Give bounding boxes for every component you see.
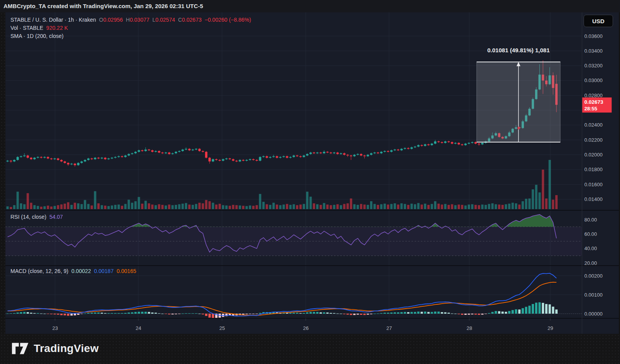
- volume-bar: [198, 203, 201, 209]
- volume-bar: [161, 205, 164, 209]
- candle-body: [181, 149, 184, 151]
- volume-bar: [313, 203, 315, 209]
- macd-histogram-bar: [515, 309, 517, 314]
- volume-bar: [229, 206, 231, 209]
- macd-histogram-bar: [249, 314, 251, 314]
- candle-body: [67, 163, 69, 165]
- macd-histogram-bar: [117, 313, 120, 314]
- macd-histogram-bar: [451, 314, 453, 314]
- volume-bar: [451, 204, 453, 209]
- rsi-legend[interactable]: RSI (14, close) 54.07: [10, 214, 63, 220]
- macd-histogram-bar: [350, 314, 352, 315]
- macd-histogram-bar: [175, 314, 177, 314]
- volume-bar: [471, 204, 474, 209]
- volume-bar: [23, 204, 26, 209]
- macd-hist-value: 0.00022: [71, 268, 91, 274]
- time-axis-label: 28: [467, 325, 472, 331]
- volume-bar: [367, 205, 369, 209]
- volume-bar: [545, 199, 548, 209]
- volume-bar: [549, 160, 551, 209]
- currency-button[interactable]: USD: [584, 15, 613, 27]
- volume-bar: [356, 205, 359, 209]
- volume-bar: [407, 205, 410, 209]
- volume-bar: [175, 205, 177, 209]
- candle-body: [158, 151, 160, 153]
- volume-bar: [468, 204, 470, 209]
- macd-histogram-bar: [420, 312, 423, 314]
- candle-body: [340, 153, 342, 154]
- tradingview-logo[interactable]: TradingView: [12, 342, 99, 355]
- tradingview-logo-text: TradingView: [34, 342, 99, 355]
- volume-bar: [151, 204, 153, 209]
- candle-body: [111, 158, 113, 158]
- volume-bar: [330, 205, 332, 209]
- macd-histogram-bar: [552, 307, 554, 314]
- chart-canvas[interactable]: 0.036000.034000.032000.030000.028000.024…: [0, 0, 620, 364]
- candle-body: [141, 150, 143, 151]
- time-axis-label: 25: [219, 325, 225, 331]
- candle-body: [124, 156, 127, 157]
- volume-bar: [165, 206, 167, 209]
- volume-bar: [7, 206, 9, 209]
- volume-bar: [353, 204, 356, 209]
- candle-body: [208, 158, 211, 161]
- volume-bar: [488, 204, 490, 209]
- macd-line-value: 0.00187: [94, 268, 114, 274]
- symbol-title[interactable]: STABLE / U. S. Dollar · 1h · Kraken: [10, 17, 96, 23]
- macd-histogram-bar: [188, 313, 191, 314]
- symbol-legend[interactable]: STABLE / U. S. Dollar · 1h · Kraken O0.0…: [10, 17, 251, 23]
- candle-body: [168, 153, 170, 154]
- candle-body: [323, 152, 325, 153]
- volume-bar: [384, 204, 386, 209]
- rsi-axis-label: 80.00: [584, 217, 597, 223]
- macd-histogram-bar: [417, 312, 420, 314]
- volume-bar: [30, 203, 32, 209]
- measure-tool-overlay[interactable]: [477, 62, 560, 142]
- macd-histogram-bar: [414, 312, 416, 314]
- macd-histogram-bar: [101, 313, 103, 314]
- candle-body: [188, 149, 191, 150]
- volume-bar: [501, 205, 504, 209]
- candle-body: [171, 153, 174, 154]
- candle-body: [326, 152, 329, 153]
- macd-histogram-bar: [400, 312, 403, 314]
- macd-histogram-bar: [343, 314, 346, 314]
- measure-tool-label: 0.01081 (49.81%) 1,081: [468, 47, 569, 53]
- sma-legend[interactable]: SMA · 1D (200, close): [10, 33, 64, 39]
- chart-panel-bg: [5, 12, 619, 334]
- macd-histogram-bar: [289, 313, 291, 314]
- macd-histogram-bar: [148, 312, 150, 314]
- close-label: C: [178, 17, 182, 23]
- candle-body: [94, 158, 96, 159]
- volume-bar: [552, 200, 554, 209]
- volume-bar: [249, 206, 251, 209]
- volume-bar: [212, 203, 214, 209]
- volume-bar: [138, 197, 140, 209]
- candle-body: [272, 156, 275, 157]
- candle-body: [356, 154, 359, 155]
- macd-histogram-bar: [27, 312, 29, 314]
- macd-histogram-bar: [7, 314, 9, 314]
- candle-body: [269, 157, 271, 158]
- macd-histogram-bar: [434, 312, 436, 314]
- volume-bar: [33, 205, 36, 209]
- macd-histogram-bar: [30, 313, 32, 314]
- macd-histogram-bar: [448, 313, 450, 314]
- open-label: O: [99, 17, 103, 23]
- macd-legend[interactable]: MACD (close, 12, 26, 9) 0.00022 0.00187 …: [10, 268, 136, 274]
- macd-histogram-bar: [333, 313, 335, 314]
- candle-body: [104, 158, 107, 159]
- macd-histogram-bar: [508, 311, 510, 314]
- volume-bar: [400, 203, 403, 209]
- candle-body: [81, 161, 83, 163]
- volume-bar: [448, 205, 450, 209]
- macd-histogram-bar: [57, 314, 59, 314]
- candle-body: [91, 158, 93, 159]
- candle-body: [427, 144, 430, 145]
- macd-histogram-bar: [464, 314, 467, 315]
- volume-legend[interactable]: Vol · STABLE 920.22 K: [10, 25, 68, 31]
- volume-bar: [205, 200, 207, 209]
- macd-histogram-bar: [242, 314, 245, 314]
- candle-body: [407, 148, 410, 149]
- candle-body: [458, 143, 460, 144]
